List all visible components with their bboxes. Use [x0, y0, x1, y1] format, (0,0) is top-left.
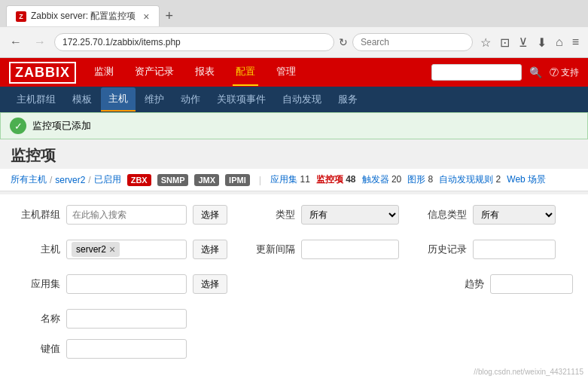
key-input[interactable] — [66, 339, 187, 359]
bookmark-icon[interactable]: ☆ — [477, 34, 494, 51]
forward-button[interactable]: → — [30, 34, 50, 50]
tab-app-sets[interactable]: 应用集 11 — [270, 173, 310, 186]
filter-section: 主机群组 选择 类型 所有 Zabbix客户端 SNMP JMX IPMI 信息… — [0, 194, 588, 379]
menu-icon[interactable]: ≡ — [569, 34, 582, 50]
home-icon[interactable]: ⌂ — [553, 34, 566, 50]
subnav-maintenance[interactable]: 维护 — [137, 88, 172, 111]
type-select[interactable]: 所有 Zabbix客户端 SNMP JMX IPMI — [301, 205, 399, 225]
new-tab-button[interactable]: + — [163, 8, 177, 24]
nav-monitor[interactable]: 监测 — [91, 59, 117, 86]
update-interval-input[interactable] — [301, 240, 399, 259]
nav-reports[interactable]: 报表 — [192, 59, 218, 86]
breadcrumb-all-hosts[interactable]: 所有主机 — [11, 173, 47, 186]
tag-ipmi[interactable]: IPMI — [225, 174, 250, 186]
history-label: 历史记录 — [422, 243, 467, 256]
tab-bar: Z Zabbix server: 配置监控项 × + — [0, 0, 588, 27]
history-row: 历史记录 — [422, 240, 556, 259]
info-type-row: 信息类型 所有 数字(无符号) 数字(浮点) 字符 日志 文本 — [422, 205, 556, 225]
host-group-select-btn[interactable]: 选择 — [193, 205, 227, 225]
update-interval-row: 更新间隔 — [250, 240, 399, 259]
host-chip: server2 × — [72, 242, 120, 257]
tab-close-btn[interactable]: × — [143, 11, 149, 23]
nav-assets[interactable]: 资产记录 — [132, 59, 177, 86]
breadcrumb: 所有主机 / server2 / 已启用 — [11, 173, 121, 186]
tab-title: Zabbix server: 配置监控项 — [31, 10, 136, 23]
key-label: 键值 — [15, 342, 60, 356]
header-right: 🔍 ⑦ 支持 — [431, 64, 579, 81]
breadcrumb-server2[interactable]: server2 — [55, 175, 85, 185]
key-row: 键值 — [15, 339, 187, 359]
name-label: 名称 — [15, 312, 60, 326]
back-button[interactable]: ← — [6, 34, 26, 50]
wallet-icon[interactable]: ⊻ — [516, 34, 531, 51]
trend-input[interactable] — [490, 274, 573, 294]
subnav-hosts[interactable]: 主机 — [101, 87, 136, 112]
tab-web-scenarios[interactable]: Web 场景 — [507, 173, 546, 186]
update-interval-label: 更新间隔 — [250, 243, 295, 256]
breadcrumb-enabled[interactable]: 已启用 — [94, 173, 121, 186]
address-bar: ← → ↻ ☆ ⊡ ⊻ ⬇ ⌂ ≡ — [0, 27, 588, 57]
breadcrumb-tabs: 所有主机 / server2 / 已启用 ZBX SNMP JMX IPMI |… — [0, 169, 588, 191]
sub-nav: 主机群组 模板 主机 维护 动作 关联项事件 自动发现 服务 — [0, 87, 588, 112]
address-input[interactable] — [54, 33, 334, 51]
download-icon[interactable]: ⬇ — [534, 34, 550, 51]
search-icon: 🔍 — [529, 66, 542, 78]
tab-discovery-rules[interactable]: 自动发现规则 2 — [439, 173, 501, 186]
type-row: 类型 所有 Zabbix客户端 SNMP JMX IPMI — [250, 205, 399, 225]
subnav-services[interactable]: 服务 — [331, 88, 365, 111]
info-type-select[interactable]: 所有 数字(无符号) 数字(浮点) 字符 日志 文本 — [473, 205, 556, 225]
host-chip-remove[interactable]: × — [109, 243, 115, 255]
host-group-input[interactable] — [66, 205, 187, 225]
history-input[interactable] — [473, 240, 556, 259]
browser-search-input[interactable] — [352, 33, 473, 51]
type-label: 类型 — [250, 208, 295, 222]
host-group-label: 主机群组 — [15, 208, 60, 222]
watermark: //blog.csdn.net/weixin_44321115 — [474, 368, 583, 376]
zabbix-logo: ZABBIX — [9, 62, 76, 84]
host-select-btn[interactable]: 选择 — [193, 240, 227, 259]
tag-zbx[interactable]: ZBX — [127, 174, 151, 186]
app-set-label: 应用集 — [15, 277, 60, 291]
tab-graphs[interactable]: 图形 8 — [407, 173, 433, 186]
host-label: 主机 — [15, 243, 60, 256]
notification-bar: ✓ 监控项已添加 — [0, 112, 588, 139]
name-input[interactable] — [66, 309, 187, 329]
tag-snmp[interactable]: SNMP — [157, 174, 189, 186]
subnav-discovery[interactable]: 自动发现 — [275, 88, 329, 111]
zabbix-app: ZABBIX 监测 资产记录 报表 配置 管理 🔍 ⑦ 支持 主机群组 模板 主… — [0, 58, 588, 379]
subnav-actions[interactable]: 动作 — [173, 88, 208, 111]
subnav-host-groups[interactable]: 主机群组 — [9, 88, 63, 111]
nav-config[interactable]: 配置 — [233, 59, 258, 86]
nav-admin[interactable]: 管理 — [273, 59, 299, 86]
app-set-select-btn[interactable]: 选择 — [193, 274, 227, 294]
page-title: 监控项 — [0, 139, 588, 169]
tag-jmx[interactable]: JMX — [194, 174, 219, 186]
browser-chrome: Z Zabbix server: 配置监控项 × + ← → ↻ ☆ ⊡ ⊻ ⬇… — [0, 0, 588, 58]
active-tab[interactable]: Z Zabbix server: 配置监控项 × — [6, 5, 160, 26]
header-search-input[interactable] — [431, 64, 522, 81]
support-link[interactable]: ⑦ 支持 — [550, 66, 579, 79]
main-nav: 监测 资产记录 报表 配置 管理 — [91, 59, 299, 86]
reload-button[interactable]: ↻ — [339, 36, 348, 48]
tab-items[interactable]: 监控项 48 — [316, 173, 356, 186]
account-icon[interactable]: ⊡ — [497, 34, 513, 51]
tab-favicon: Z — [16, 11, 26, 22]
trend-label: 趋势 — [439, 277, 484, 291]
subnav-event-correlation[interactable]: 关联项事件 — [209, 88, 273, 111]
host-row: 主机 server2 × 选择 — [15, 240, 227, 259]
host-group-row: 主机群组 选择 — [15, 205, 227, 225]
toolbar-icons: ☆ ⊡ ⊻ ⬇ ⌂ ≡ — [477, 34, 582, 51]
subnav-templates[interactable]: 模板 — [65, 88, 99, 111]
app-set-input[interactable] — [66, 274, 187, 294]
tab-triggers[interactable]: 触发器 20 — [362, 173, 402, 186]
name-row: 名称 — [15, 309, 187, 329]
zabbix-header: ZABBIX 监测 资产记录 报表 配置 管理 🔍 ⑦ 支持 — [0, 58, 588, 87]
success-icon: ✓ — [10, 118, 26, 134]
app-set-row: 应用集 选择 — [15, 274, 227, 294]
trend-row: 趋势 — [439, 274, 573, 294]
info-type-label: 信息类型 — [422, 208, 467, 222]
notification-message: 监控项已添加 — [32, 119, 91, 133]
